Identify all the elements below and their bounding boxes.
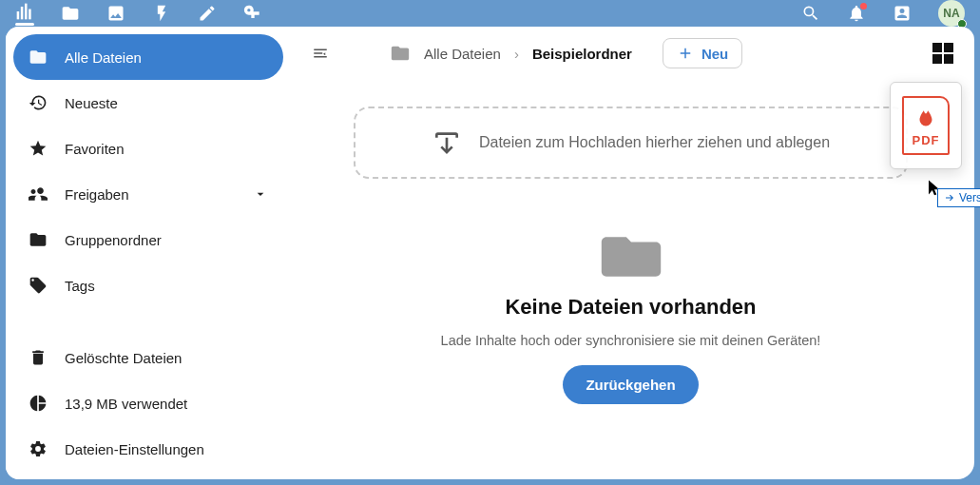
sidebar-item-settings[interactable]: Dateien-Einstellungen — [13, 426, 283, 472]
topbar: NA — [0, 0, 980, 27]
folder-icon — [390, 43, 411, 64]
new-button-label: Neu — [701, 46, 728, 62]
photos-icon[interactable] — [106, 4, 125, 23]
svg-rect-0 — [17, 11, 20, 19]
sidebar-item-label: Dateien-Einstellungen — [65, 441, 204, 457]
breadcrumb-item-root[interactable]: Alle Dateien — [424, 46, 501, 62]
notification-dot — [860, 3, 867, 10]
tag-icon — [29, 276, 48, 295]
dashboard-icon[interactable] — [15, 2, 34, 26]
sidebar: Alle Dateien Neueste Favoriten Freigaben… — [6, 27, 291, 479]
arrow-right-icon — [944, 192, 955, 204]
empty-state: Keine Dateien vorhanden Lade Inhalte hoc… — [308, 232, 953, 404]
sidebar-item-tags[interactable]: Tags — [13, 262, 283, 308]
chevron-down-icon — [253, 186, 268, 202]
files-icon[interactable] — [61, 4, 80, 23]
empty-title: Keine Dateien vorhanden — [505, 295, 756, 320]
sidebar-item-quota[interactable]: 13,9 MB verwendet — [13, 380, 283, 426]
svg-rect-1 — [21, 7, 23, 19]
empty-subtitle: Lade Inhalte hoch oder synchronisiere si… — [441, 333, 821, 348]
sidebar-item-favorites[interactable]: Favoriten — [13, 126, 283, 171]
sidebar-item-label: Tags — [65, 278, 95, 294]
move-tooltip: Verschieben — [937, 188, 980, 207]
dropzone-label: Dateien zum Hochladen hierher ziehen und… — [479, 134, 830, 151]
folder-icon — [29, 48, 48, 67]
svg-rect-2 — [25, 3, 28, 19]
sidebar-item-label: Gruppenordner — [65, 232, 162, 248]
sidebar-item-group-folders[interactable]: Gruppenordner — [13, 217, 283, 262]
sidebar-item-trash[interactable]: Gelöschte Dateien — [13, 335, 283, 380]
view-grid-icon[interactable] — [932, 43, 953, 64]
sidebar-item-label: Neueste — [65, 95, 118, 111]
main: Alle Dateien › Beispielordner Neu Dateie… — [291, 27, 974, 479]
cursor-icon — [926, 177, 943, 202]
breadcrumb: Alle Dateien › Beispielordner — [390, 43, 632, 64]
key-icon[interactable] — [243, 4, 262, 23]
sidebar-item-label: Gelöschte Dateien — [65, 350, 182, 366]
edit-icon[interactable] — [198, 4, 217, 23]
pie-icon — [29, 394, 48, 413]
trash-icon — [29, 348, 48, 367]
sidebar-item-all-files[interactable]: Alle Dateien — [13, 34, 283, 80]
dropzone[interactable]: Dateien zum Hochladen hierher ziehen und… — [354, 107, 909, 179]
folder-icon — [601, 232, 662, 281]
svg-rect-3 — [29, 9, 30, 19]
plus-icon — [677, 45, 694, 62]
upload-icon — [432, 127, 462, 158]
avatar[interactable]: NA — [938, 0, 965, 27]
sidebar-item-label: 13,9 MB verwendet — [65, 396, 187, 412]
toggle-sidebar-button[interactable] — [308, 41, 333, 66]
notifications-icon[interactable] — [847, 4, 866, 23]
sidebar-item-recent[interactable]: Neueste — [13, 80, 283, 126]
back-button-label: Zurückgehen — [586, 377, 675, 393]
chevron-right-icon: › — [514, 46, 519, 62]
contacts-icon[interactable] — [893, 4, 912, 23]
history-icon — [29, 93, 48, 112]
activity-icon[interactable] — [152, 4, 171, 23]
sidebar-item-label: Freigaben — [65, 186, 129, 203]
sidebar-item-label: Alle Dateien — [65, 49, 142, 66]
star-icon — [29, 139, 48, 158]
file-type-label: PDF — [913, 133, 940, 147]
search-icon[interactable] — [801, 4, 820, 23]
group-icon — [29, 230, 48, 249]
gear-icon — [29, 439, 48, 458]
share-icon — [29, 184, 48, 204]
breadcrumb-item-current[interactable]: Beispielordner — [532, 46, 632, 62]
avatar-initials: NA — [943, 7, 959, 20]
sidebar-item-shares[interactable]: Freigaben — [13, 171, 283, 217]
back-button[interactable]: Zurückgehen — [563, 365, 698, 404]
sidebar-item-label: Favoriten — [65, 141, 125, 157]
move-tooltip-label: Verschieben — [959, 191, 980, 204]
new-button[interactable]: Neu — [663, 38, 742, 68]
